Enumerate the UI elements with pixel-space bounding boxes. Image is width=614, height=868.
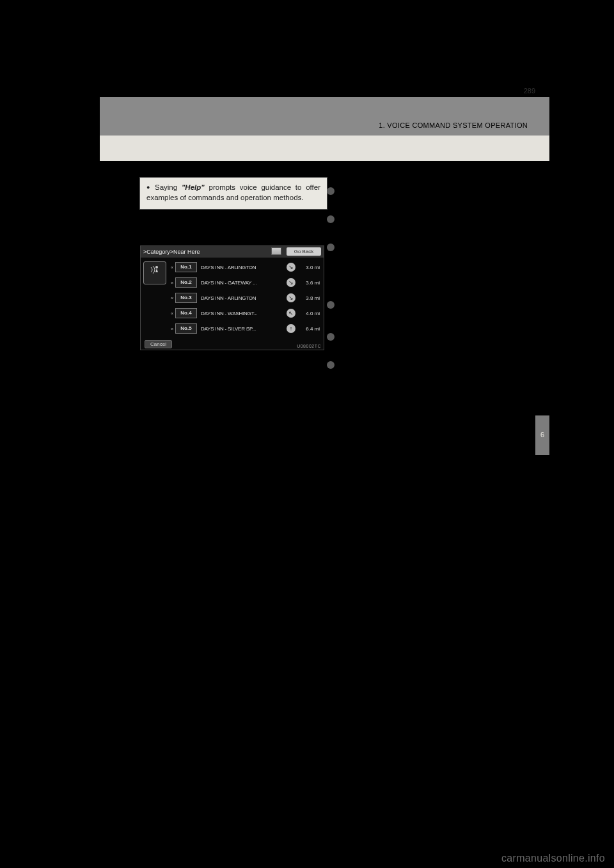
bullet-item xyxy=(327,360,533,369)
row-name: DAYS INN - ARLINGTON xyxy=(201,265,284,270)
bullet-dot-icon xyxy=(327,333,335,341)
watermark: carmanualsonline.info xyxy=(501,853,605,864)
screenshot-title: >Category>Near Here xyxy=(143,249,200,255)
screenshot-body: « No.1 DAYS INN - ARLINGTON ↘ 3.0 mi « N… xyxy=(141,258,324,338)
help-lead: Saying xyxy=(155,183,182,191)
row-distance: 3.6 mi xyxy=(298,280,320,286)
direction-icon: ↑ xyxy=(287,324,295,333)
row-name: DAYS INN - WASHINGT... xyxy=(201,311,284,316)
voice-mark-icon: « xyxy=(169,280,175,286)
list-item[interactable]: « No.4 DAYS INN - WASHINGT... ↖ 4.0 mi xyxy=(169,306,320,320)
bullet-item xyxy=(327,300,533,309)
bullet-dot-icon xyxy=(327,215,335,223)
bullet-dot-icon xyxy=(327,187,335,195)
list-item[interactable]: « No.5 DAYS INN - SILVER SP... ↑ 6.4 mi xyxy=(169,322,320,336)
list-item[interactable]: « No.1 DAYS INN - ARLINGTON ↘ 3.0 mi xyxy=(169,260,320,274)
voice-waves-icon xyxy=(148,263,161,276)
direction-icon: ↘ xyxy=(287,293,295,302)
direction-icon: ↖ xyxy=(287,309,295,318)
svg-point-0 xyxy=(155,266,158,268)
screenshot-titlebar: >Category>Near Here Go Back xyxy=(141,246,324,258)
help-callout-text: Saying "Help" prompts voice guidance to … xyxy=(146,183,320,203)
list-item[interactable]: « No.3 DAYS INN - ARLINGTON ↘ 3.8 mi xyxy=(169,291,320,305)
direction-icon: ↘ xyxy=(287,263,295,272)
manual-page: 1. VOICE COMMAND SYSTEM OPERATION 289 Sa… xyxy=(100,97,549,757)
help-callout-box: Saying "Help" prompts voice guidance to … xyxy=(139,177,327,210)
screenshot-left-panel xyxy=(141,258,169,338)
row-name: DAYS INN - SILVER SP... xyxy=(201,326,284,332)
page-number: 289 xyxy=(524,87,535,95)
bullet-dot-icon xyxy=(327,244,335,251)
chapter-tab: 6 xyxy=(535,415,549,455)
bullet-item xyxy=(327,186,533,195)
device-screenshot: >Category>Near Here Go Back « No.1 xyxy=(140,245,324,350)
voice-icon xyxy=(143,261,166,284)
voice-mark-icon: « xyxy=(169,265,175,270)
help-bold-term: "Help" xyxy=(182,183,205,191)
bullet-item xyxy=(327,242,533,251)
row-distance: 6.4 mi xyxy=(298,326,320,332)
bullet-item xyxy=(327,332,533,341)
row-number: No.4 xyxy=(175,308,197,318)
list-item[interactable]: « No.2 DAYS INN - GATEWAY ... ↘ 3.6 mi xyxy=(169,275,320,290)
row-distance: 3.8 mi xyxy=(298,295,320,301)
voice-mark-icon: « xyxy=(169,311,175,316)
row-number: No.2 xyxy=(175,277,197,288)
image-code: U08002TC xyxy=(297,344,321,348)
go-back-button[interactable]: Go Back xyxy=(287,247,321,256)
voice-mark-icon: « xyxy=(169,295,175,301)
poi-result-list: « No.1 DAYS INN - ARLINGTON ↘ 3.0 mi « N… xyxy=(169,258,324,338)
cancel-button[interactable]: Cancel xyxy=(145,340,172,348)
row-distance: 4.0 mi xyxy=(298,311,320,316)
row-name: DAYS INN - ARLINGTON xyxy=(201,295,284,301)
row-number: No.1 xyxy=(175,262,197,272)
row-number: No.3 xyxy=(175,293,197,303)
row-number: No.5 xyxy=(175,323,197,334)
direction-icon: ↘ xyxy=(287,278,295,287)
header-subband xyxy=(100,136,549,161)
screenshot-footer: Cancel xyxy=(141,338,324,350)
bullet-dot-icon xyxy=(327,301,335,309)
voice-mark-icon: « xyxy=(169,326,175,332)
chapter-number: 6 xyxy=(540,431,544,438)
header-bar: 1. VOICE COMMAND SYSTEM OPERATION xyxy=(100,97,549,136)
information-bullet-list xyxy=(327,186,533,388)
flag-icon xyxy=(271,247,281,255)
bullet-icon xyxy=(146,183,155,191)
bullet-item xyxy=(327,214,533,223)
section-title: 1. VOICE COMMAND SYSTEM OPERATION xyxy=(379,121,528,129)
row-name: DAYS INN - GATEWAY ... xyxy=(201,280,284,286)
row-distance: 3.0 mi xyxy=(298,265,320,270)
bullet-dot-icon xyxy=(327,361,335,369)
